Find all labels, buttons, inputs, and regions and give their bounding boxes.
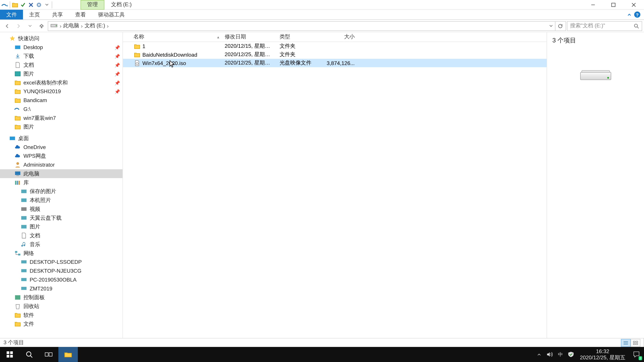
task-view-button[interactable] — [39, 347, 58, 362]
tree-onedrive[interactable]: OneDrive — [0, 143, 122, 152]
folder-icon[interactable] — [11, 1, 19, 8]
tree-pictures2[interactable]: 图片 — [0, 122, 122, 131]
tree-pictures[interactable]: 图片📌 — [0, 69, 122, 78]
tree-docs[interactable]: 文档 — [0, 231, 122, 240]
search-input[interactable]: 搜索"文档 (E:)" — [567, 21, 642, 31]
tree-admin[interactable]: Administrator — [0, 160, 122, 169]
up-button[interactable] — [36, 21, 47, 31]
tree-pc2[interactable]: DESKTOP-NJEU3CG — [0, 267, 122, 275]
tree-pc1[interactable]: DESKTOP-LSSOEDP — [0, 258, 122, 267]
tree-software[interactable]: 软件 — [0, 311, 122, 320]
tree-yunqishi[interactable]: YUNQISHI2019📌 — [0, 87, 122, 96]
tray-overflow-icon[interactable] — [534, 347, 544, 362]
svg-rect-38 — [49, 353, 52, 356]
tree-control-panel[interactable]: 控制面板 — [0, 293, 122, 302]
close-blue-icon[interactable] — [27, 1, 35, 8]
collapse-ribbon-icon[interactable] — [627, 12, 632, 17]
tree-local-photo[interactable]: 本机照片 — [0, 196, 122, 205]
forward-button[interactable] — [13, 21, 24, 31]
tree-network[interactable]: 网络 — [0, 249, 122, 258]
action-center-button[interactable]: 3 — [629, 347, 644, 362]
close-button[interactable] — [624, 0, 644, 9]
column-headers: 名称▴ 修改日期 类型 大小 — [123, 32, 546, 42]
tree-saved-pic[interactable]: 保存的图片 — [0, 187, 122, 196]
file-row[interactable]: Win7x64_2020.iso2020/12/25, 星期五 1...光盘映像… — [123, 59, 546, 67]
tree-documents[interactable]: 文档📌 — [0, 60, 122, 69]
address-bar[interactable]: › 此电脑 › 文档 (E:) › — [48, 21, 566, 31]
folder-icon — [20, 188, 27, 195]
help-icon[interactable]: ? — [634, 11, 640, 18]
tree-gdrive[interactable]: G:\ — [0, 105, 122, 114]
tree-file[interactable]: 文件 — [0, 320, 122, 329]
tree-bandicam[interactable]: Bandicam — [0, 96, 122, 105]
tree-tianyi[interactable]: 天翼云盘下载 — [0, 214, 122, 222]
clock-time: 16:32 — [580, 348, 626, 355]
tab-file[interactable]: 文件 — [0, 10, 23, 19]
tab-home[interactable]: 主页 — [23, 10, 46, 19]
clock[interactable]: 16:32 2020/12/25, 星期五 — [576, 348, 629, 361]
svg-rect-29 — [636, 341, 638, 342]
pc-icon — [20, 267, 27, 274]
chevron-right-icon[interactable]: › — [80, 23, 84, 29]
tab-drive-tools[interactable]: 驱动器工具 — [92, 10, 131, 19]
col-date[interactable]: 修改日期 — [222, 33, 277, 41]
tree-video[interactable]: 视频 — [0, 205, 122, 214]
pin-icon: 📌 — [114, 89, 120, 94]
address-history-dropdown[interactable] — [547, 21, 555, 30]
tree-recycle[interactable]: 回收站 — [0, 302, 122, 311]
volume-icon[interactable] — [544, 347, 555, 362]
refresh-button[interactable] — [555, 21, 565, 30]
minimize-button[interactable] — [583, 0, 603, 9]
folder-icon — [14, 114, 21, 121]
file-type: 光盘映像文件 — [277, 59, 322, 67]
breadcrumb-this-pc[interactable]: 此电脑 — [62, 22, 80, 30]
ime-indicator[interactable]: 中 — [555, 347, 566, 362]
desktop-icon — [9, 135, 16, 142]
manage-context-tab[interactable]: 管理 — [80, 0, 104, 9]
tree-desktop[interactable]: Desktop📌 — [0, 43, 122, 52]
maximize-button[interactable] — [603, 0, 624, 9]
search-icon[interactable] — [634, 23, 639, 28]
chevron-right-icon[interactable]: › — [59, 23, 62, 29]
details-view-button[interactable] — [621, 339, 630, 347]
drive-icon — [14, 106, 21, 113]
tree-quick-access[interactable]: 快速访问 — [0, 34, 122, 43]
col-size[interactable]: 大小 — [322, 33, 358, 41]
chevron-right-icon[interactable]: › — [106, 23, 110, 29]
address-bar-row: › 此电脑 › 文档 (E:) › 搜索"文档 (E:)" — [0, 20, 644, 32]
icons-view-button[interactable] — [630, 339, 640, 347]
checkmark-icon[interactable] — [19, 1, 27, 8]
tree-wps[interactable]: WPS网盘 — [0, 151, 122, 160]
back-button[interactable] — [2, 21, 12, 31]
navigation-pane[interactable]: 快速访问 Desktop📌 下载📌 文档📌 图片📌 excel表格制作求和📌 Y… — [0, 32, 123, 347]
tab-share[interactable]: 共享 — [46, 10, 69, 19]
tree-pc4[interactable]: ZMT2019 — [0, 284, 122, 293]
recent-dropdown-icon[interactable] — [25, 21, 36, 31]
tree-excel[interactable]: excel表格制作求和📌 — [0, 78, 122, 87]
security-icon[interactable] — [566, 347, 576, 362]
col-type[interactable]: 类型 — [277, 33, 322, 41]
col-name[interactable]: 名称▴ — [131, 33, 222, 41]
tree-win7reinstall[interactable]: win7重装win7 — [0, 114, 122, 122]
start-button[interactable] — [0, 347, 20, 362]
tree-pictures3[interactable]: 图片 — [0, 222, 122, 231]
title-bar: 管理 文档 (E:) — [0, 0, 644, 10]
file-row[interactable]: BaiduNetdiskDownload2020/12/25, 星期五 1...… — [123, 50, 546, 59]
folder-icon — [14, 88, 21, 95]
tab-view[interactable]: 查看 — [69, 10, 92, 19]
settings-icon[interactable] — [35, 1, 43, 8]
clock-date: 2020/12/25, 星期五 — [580, 355, 626, 361]
explorer-taskbar-button[interactable] — [58, 347, 78, 362]
tree-desktop-root[interactable]: 桌面 — [0, 134, 122, 143]
search-button[interactable] — [20, 347, 39, 362]
main-area: 快速访问 Desktop📌 下载📌 文档📌 图片📌 excel表格制作求和📌 Y… — [0, 32, 644, 347]
tree-pc3[interactable]: PC-20190530OBLA — [0, 275, 122, 284]
qat-dropdown-icon[interactable] — [43, 1, 51, 8]
file-row[interactable]: 12020/12/15, 星期二 1...文件夹 — [123, 42, 546, 50]
tree-this-pc[interactable]: 此电脑 — [0, 169, 122, 178]
breadcrumb-drive[interactable]: 文档 (E:) — [84, 22, 106, 30]
tree-library[interactable]: 库 — [0, 178, 122, 187]
tree-downloads[interactable]: 下载📌 — [0, 52, 122, 61]
search-placeholder: 搜索"文档 (E:)" — [570, 22, 605, 30]
tree-music[interactable]: 音乐 — [0, 240, 122, 249]
